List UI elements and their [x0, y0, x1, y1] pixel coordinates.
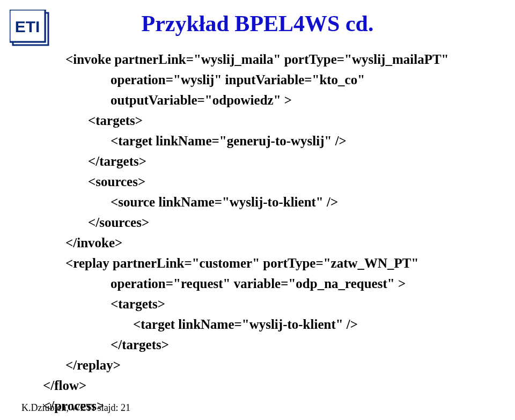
code-line: operation="request" variable="odp_na_req…: [43, 274, 494, 294]
code-block: <invoke partnerLink="wyslij_maila" portT…: [43, 49, 494, 416]
code-line: outputVariable="odpowiedz" >: [43, 90, 494, 110]
code-line: <target linkName="generuj-to-wyslij" />: [43, 131, 494, 151]
code-line: <replay partnerLink="customer" portType=…: [43, 253, 494, 274]
code-line: </targets>: [43, 335, 494, 355]
code-line: </flow>: [43, 375, 494, 396]
code-line: <source linkName="wyslij-to-klient" />: [43, 192, 494, 212]
code-line: </replay>: [43, 355, 494, 375]
code-line: </targets>: [43, 151, 494, 172]
code-line: <targets>: [43, 110, 494, 131]
slide-footer: K.Dziubich, WETI slajd: 21: [21, 402, 130, 414]
code-line: <invoke partnerLink="wyslij_maila" portT…: [43, 49, 494, 70]
code-line: </invoke>: [43, 233, 494, 253]
code-line: <sources>: [43, 172, 494, 192]
code-line: operation="wyslij" inputVariable="kto_co…: [43, 70, 494, 90]
code-line: <target linkName="wyslij-to-klient" />: [43, 314, 494, 335]
slide-title: Przykład BPEL4WS cd.: [0, 11, 515, 36]
code-line: <targets>: [43, 294, 494, 314]
code-line: </sources>: [43, 212, 494, 233]
